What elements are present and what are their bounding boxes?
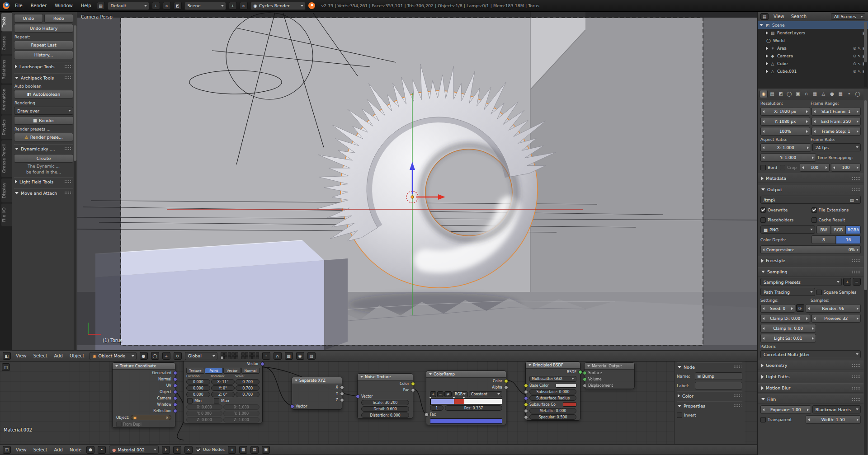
node-header[interactable]: Texture Coordinate — [113, 363, 175, 370]
subsurface-radius-field[interactable]: Subsurface Radius — [529, 395, 576, 401]
render-opengl-anim-icon[interactable]: ▤ — [307, 352, 316, 360]
tab-create[interactable]: Create — [1, 32, 12, 55]
clamp-direct-field[interactable]: Clamp Di: 0.00 — [760, 314, 810, 323]
rgb-button[interactable]: RGB — [831, 225, 846, 234]
tab-constraints-icon[interactable]: ∩ — [802, 90, 811, 98]
panel-grip[interactable] — [852, 364, 860, 367]
collapse-icon[interactable] — [429, 373, 432, 375]
node-header[interactable]: Separate XYZ — [292, 377, 342, 384]
border-checkbox[interactable]: Bord — [760, 163, 778, 172]
tab-vector[interactable]: Vector — [223, 368, 241, 374]
noise-detail-field[interactable]: Detail: 0.600 — [361, 406, 409, 412]
panel-grip[interactable] — [852, 270, 860, 274]
panel-grip[interactable] — [852, 398, 860, 401]
outliner-row-cube[interactable]: △Cube⊙↖▣ — [758, 60, 868, 67]
layer-grid-left[interactable] — [221, 352, 238, 359]
tab-scene-icon[interactable]: ◩ — [777, 90, 785, 98]
start-frame-field[interactable]: Start Frame: 1 — [811, 107, 861, 116]
resolution-percent-field[interactable]: 100% — [760, 127, 810, 136]
collapse-icon[interactable] — [360, 376, 363, 378]
collapse-icon[interactable] — [587, 365, 590, 367]
filter-width-field[interactable]: Width: 1.50 — [806, 415, 861, 424]
select-icon[interactable]: ↖ — [858, 69, 861, 74]
panel-film[interactable]: Film — [758, 394, 863, 404]
min-y[interactable]: Y: 0.000 — [186, 411, 222, 416]
add-menu[interactable]: Add — [52, 353, 65, 358]
collapse-icon[interactable] — [766, 31, 768, 35]
tab-render-icon[interactable]: ◉ — [760, 90, 768, 98]
node-editor[interactable]: ◫ Texture Coordinate Generated Normal UV… — [0, 361, 757, 444]
colorramp-gradient[interactable] — [430, 399, 502, 404]
depth-16-button[interactable]: 16 — [836, 235, 861, 244]
render-button[interactable]: ▦Render — [14, 116, 73, 125]
material-selector[interactable]: ●Material.002 — [109, 446, 159, 454]
square-samples-checkbox[interactable]: Square Samples — [816, 288, 861, 296]
panel-grip[interactable] — [852, 177, 860, 180]
depth-8-button[interactable]: 8 — [811, 235, 836, 244]
socket-subsurface-color[interactable] — [524, 403, 528, 407]
scene-close-button[interactable]: × — [240, 2, 248, 9]
select-menu[interactable]: Select — [32, 447, 49, 452]
layout-close-button[interactable]: × — [163, 2, 171, 9]
outliner-scrollbar[interactable] — [864, 22, 867, 87]
collapse-icon[interactable] — [766, 47, 768, 50]
pivot-center-icon[interactable]: ◯ — [151, 352, 159, 360]
scale-z[interactable]: 0.700 — [236, 392, 259, 397]
snap-grid-icon[interactable]: ▦ — [239, 446, 247, 454]
menu-help[interactable]: Help — [78, 3, 94, 8]
panel-motion-blur[interactable]: Motion Blur — [758, 383, 863, 393]
tab-modifiers-icon[interactable]: ▦ — [811, 90, 819, 98]
draw-over-select[interactable]: Draw over — [14, 107, 73, 115]
max-y[interactable]: Y: 1.000 — [223, 411, 259, 416]
output-path-field[interactable]: /tmp\▤ — [760, 196, 861, 204]
eye-icon[interactable]: ⊙ — [853, 69, 856, 74]
panel-dynamic-sky[interactable]: Dynamic sky .... — [14, 144, 73, 153]
file-format-select[interactable]: ▦PNG — [760, 225, 815, 234]
panel-grip[interactable] — [733, 394, 741, 398]
render-preset-button[interactable]: ⚠Render prese... — [14, 133, 73, 141]
tab-render-layers-icon[interactable]: ▤ — [768, 90, 776, 98]
socket-fac-out[interactable] — [411, 388, 415, 392]
min-z[interactable]: Z: 0.000 — [186, 417, 222, 422]
socket-color-out[interactable] — [504, 379, 508, 383]
rot-y[interactable]: Y: 0° — [211, 385, 235, 391]
render-opengl-icon[interactable]: ◉ — [296, 352, 304, 360]
collapse-icon[interactable] — [115, 365, 118, 367]
tab-particles-icon[interactable]: • — [845, 90, 853, 98]
stop-index-field[interactable]: 1 — [430, 405, 443, 411]
node-label-field[interactable] — [695, 382, 742, 389]
end-frame-field[interactable]: End Fram: 250 — [811, 117, 861, 126]
tab-normal[interactable]: Normal — [241, 368, 259, 374]
preset-remove-button[interactable]: − — [853, 278, 861, 286]
tab-texture[interactable]: Texture — [186, 368, 204, 374]
max-x[interactable]: X: 1.000 — [223, 404, 259, 410]
eye-icon[interactable]: ⊙ — [853, 61, 856, 66]
tab-data-icon[interactable]: △ — [819, 90, 827, 98]
snap-magnet-icon[interactable]: ∩ — [274, 352, 282, 360]
overwrite-checkbox[interactable]: Overwrite — [760, 206, 810, 214]
tab-material-icon[interactable]: ● — [828, 90, 836, 98]
clamp-indirect-field[interactable]: Clamp In: 0.00 — [760, 324, 816, 333]
file-extensions-checkbox[interactable]: File Extensions — [811, 206, 861, 214]
collapse-icon[interactable] — [528, 364, 531, 366]
metallic-field[interactable]: Metallic: 0.000 — [529, 408, 576, 413]
history-button[interactable]: History... — [14, 51, 73, 59]
node-noise-texture[interactable]: Noise Texture Color Fac Vector Scale: 30… — [357, 373, 413, 419]
editor-corner-icon[interactable]: ◫ — [2, 363, 10, 371]
lock-icon[interactable]: ◦ — [262, 352, 270, 360]
resolution-x-field[interactable]: X: 1920 px — [760, 107, 810, 116]
specular-field[interactable]: Specular: 0.500 — [529, 414, 576, 420]
socket-camera[interactable] — [173, 396, 177, 400]
rot-x[interactable]: X: 11° — [211, 379, 235, 385]
from-dupl-checkbox[interactable] — [116, 422, 122, 427]
loc-z[interactable]: 0.000 — [186, 392, 210, 397]
loc-y[interactable]: 0.000 — [186, 385, 210, 391]
editor-type-3d-icon[interactable]: ◧ — [3, 352, 11, 360]
repeat-last-button[interactable]: Repeat Last — [14, 41, 73, 49]
tab-tools[interactable]: Tools — [1, 13, 12, 31]
object-menu[interactable]: Object — [68, 353, 86, 358]
preset-add-button[interactable]: + — [843, 278, 851, 286]
exposure-field[interactable]: Exposure: 1.00 — [760, 405, 811, 414]
socket-vector-out[interactable] — [260, 362, 264, 366]
max-z[interactable]: Z: 1.000 — [223, 417, 259, 422]
